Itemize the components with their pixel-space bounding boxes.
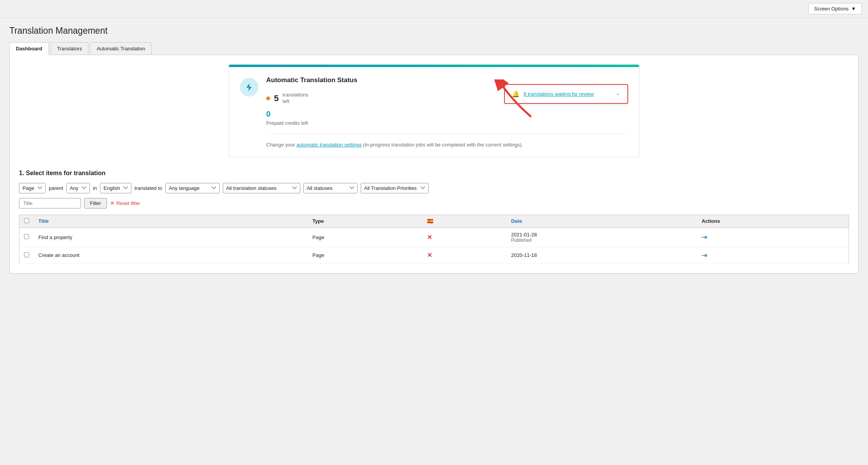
header-date[interactable]: Date [506, 215, 697, 227]
row-checkbox[interactable] [24, 252, 29, 257]
parent-label: parent [49, 185, 63, 191]
screen-options-button[interactable]: Screen Options ▼ [808, 3, 862, 14]
translated-to-label: translated to [134, 185, 162, 191]
title-input[interactable] [19, 198, 81, 208]
row-checkbox[interactable] [24, 234, 29, 239]
automatic-translation-settings-link[interactable]: automatic translation settings [296, 142, 362, 148]
tab-dashboard[interactable]: Dashboard [9, 42, 49, 55]
translate-action-icon[interactable]: ⇥ [701, 233, 707, 241]
status-x-mark: ✕ [427, 252, 432, 258]
filter-row-1: Page parent Any in English translated to… [19, 183, 849, 193]
filter-row-2: Filter ✕ Reset filter [19, 198, 849, 208]
status-card-title: Automatic Translation Status [266, 76, 628, 84]
filter-button[interactable]: Filter [84, 198, 107, 208]
translate-action-icon[interactable]: ⇥ [701, 251, 707, 259]
bell-icon: 🔔 [512, 90, 520, 98]
credits-count: 0 [266, 110, 628, 119]
row-date: 2020-11-18 [506, 247, 697, 264]
select-all-checkbox[interactable] [24, 218, 29, 223]
section-title: 1. Select items for translation [19, 170, 849, 177]
parent-select[interactable]: Any [66, 183, 90, 193]
table-row: Find a property Page ✕ 2021-01-28 Publis… [19, 227, 849, 247]
translated-to-select[interactable]: Any language [165, 183, 220, 193]
header-type: Type [308, 215, 422, 227]
translations-label: translationsleft [282, 92, 308, 105]
table-header: Title Type 🇪🇸 Date Actions [19, 215, 849, 227]
type-select[interactable]: Page [19, 183, 46, 193]
in-label: in [93, 185, 97, 191]
row-title: Find a property [34, 227, 308, 247]
status-card-footer: Change your automatic translation settin… [266, 142, 628, 148]
page-title: Translation Management [9, 26, 859, 36]
row-actions: ⇥ [697, 247, 849, 264]
priorities-select[interactable]: All Translation Priorities [361, 183, 429, 193]
arrow-right-icon: → [614, 91, 620, 98]
reset-filter-link[interactable]: ✕ Reset filter [110, 200, 140, 206]
status-x-mark: ✕ [427, 234, 432, 241]
translation-status-select[interactable]: All translation statuses [223, 183, 300, 193]
header-title[interactable]: Title [34, 215, 308, 227]
table-row: Create an account Page ✕ 2020-11-18 ⇥ [19, 247, 849, 264]
chevron-down-icon: ▼ [851, 6, 856, 12]
status-card-body: Automatic Translation Status 5 translati… [229, 67, 639, 157]
row-type: Page [308, 227, 422, 247]
orange-dot-indicator [266, 96, 270, 100]
reset-filter-label: Reset filter [116, 200, 140, 206]
footer-text-before: Change your [266, 142, 296, 148]
row-flag-status: ✕ [422, 227, 506, 247]
row-checkbox-cell [19, 227, 34, 247]
status-card: Automatic Translation Status 5 translati… [229, 64, 639, 157]
x-icon: ✕ [110, 200, 115, 206]
row-flag-status: ✕ [422, 247, 506, 264]
row-date-published: Published [511, 238, 692, 243]
row-checkbox-cell [19, 247, 34, 264]
tabs-bar: Dashboard Translators Automatic Translat… [9, 42, 859, 55]
tab-automatic-translation[interactable]: Automatic Translation [90, 42, 152, 55]
review-translations-link[interactable]: 8 translations waiting for review [524, 91, 610, 97]
status-icon-circle [240, 78, 258, 96]
row-type: Page [308, 247, 422, 264]
main-area: Automatic Translation Status 5 translati… [9, 55, 859, 274]
notification-box: 🔔 8 translations waiting for review → [504, 84, 628, 104]
footer-text-after: (in-progress translation jobs will be co… [362, 142, 523, 148]
lightning-icon [245, 83, 254, 92]
table-body: Find a property Page ✕ 2021-01-28 Publis… [19, 227, 849, 264]
row-actions: ⇥ [697, 227, 849, 247]
translations-count: 5 [274, 93, 279, 103]
table-header-row: Title Type 🇪🇸 Date Actions [19, 215, 849, 227]
credits-label: Prepaid credits left [266, 120, 628, 126]
screen-options-label: Screen Options [814, 6, 849, 12]
tab-translators[interactable]: Translators [50, 42, 89, 55]
row-date-main: 2020-11-18 [511, 252, 692, 258]
header-actions: Actions [697, 215, 849, 227]
row-title: Create an account [34, 247, 308, 264]
all-statuses-select[interactable]: All statuses [303, 183, 358, 193]
row-date: 2021-01-28 Published [506, 227, 697, 247]
row-date-main: 2021-01-28 [511, 232, 692, 238]
header-checkbox-cell [19, 215, 34, 227]
page-content: Translation Management Dashboard Transla… [0, 18, 868, 281]
language-in-select[interactable]: English [100, 183, 131, 193]
header-flag: 🇪🇸 [422, 215, 506, 227]
translation-table: Title Type 🇪🇸 Date Actions Find a proper… [19, 215, 849, 264]
status-card-divider [266, 134, 628, 134]
screen-options-bar: Screen Options ▼ [0, 0, 868, 18]
